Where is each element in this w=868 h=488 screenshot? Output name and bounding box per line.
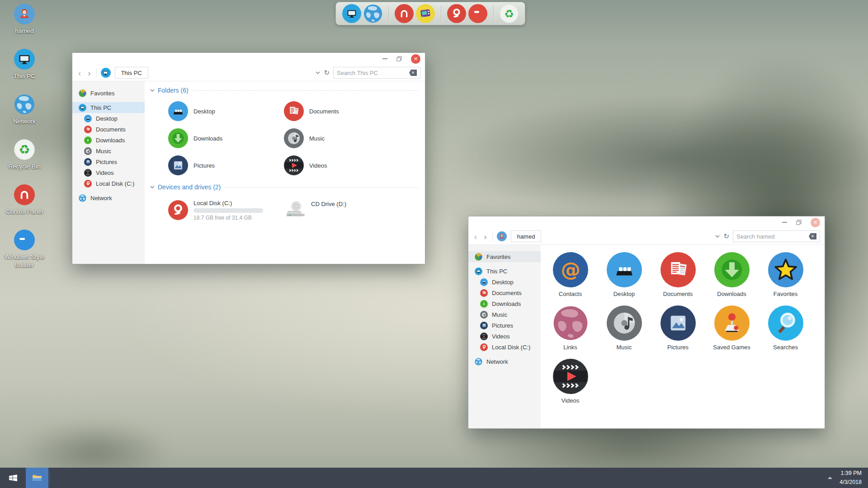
- sidebar-item-documents[interactable]: Documents: [72, 124, 145, 135]
- desktop-icon-this-pc[interactable]: This PC: [1, 49, 48, 94]
- recycle-bin-icon[interactable]: [500, 4, 519, 23]
- item-label: Downloads: [717, 291, 746, 297]
- sidebar-item-local-disk[interactable]: Local Disk (C:): [72, 178, 145, 189]
- sidebar-item-videos[interactable]: Videos: [468, 331, 541, 342]
- sidebar-label: Documents: [96, 126, 126, 133]
- this-pc-icon[interactable]: [342, 4, 361, 23]
- item-tile-favorites[interactable]: Favorites: [759, 252, 812, 305]
- network-globe-icon[interactable]: [363, 4, 382, 23]
- downloads-icon: [480, 300, 488, 308]
- folder-tile-documents[interactable]: Documents: [266, 98, 382, 125]
- sidebar-item-network[interactable]: Network: [468, 356, 541, 367]
- taskbar-clock[interactable]: 1:39 PM 4/3/2018: [840, 469, 862, 487]
- folder-tile-videos[interactable]: Videos: [266, 152, 382, 179]
- desktop-icon: [480, 278, 488, 286]
- sidebar-item-documents[interactable]: Documents: [468, 287, 541, 298]
- system-tray: 1:39 PM 4/3/2018: [828, 468, 868, 488]
- eject-disk-icon[interactable]: [468, 4, 487, 23]
- section-header-devices[interactable]: Devices and drives (2): [150, 183, 419, 192]
- minimize-button[interactable]: [382, 58, 387, 59]
- back-button[interactable]: ‹: [77, 69, 82, 77]
- back-button[interactable]: ‹: [473, 232, 478, 241]
- desktop-icon-recycle-bin[interactable]: Recycle Bin: [1, 139, 48, 184]
- item-tile-music[interactable]: Music: [597, 305, 651, 359]
- item-tile-links[interactable]: Links: [543, 305, 597, 359]
- computer-icon: [79, 104, 86, 112]
- sidebar-item-local-disk[interactable]: Local Disk (C:): [468, 342, 541, 352]
- restore-button[interactable]: [796, 220, 802, 225]
- item-tile-documents[interactable]: Documents: [651, 252, 705, 305]
- desktop-icon: [84, 115, 92, 122]
- network-globe-icon: [475, 358, 482, 366]
- close-button[interactable]: ✕: [411, 54, 420, 64]
- games-gamepad-icon[interactable]: [416, 4, 435, 23]
- navigation-toolbar: ‹ › hamed ↻ Search hamed ✕: [468, 228, 825, 244]
- desktop-icon-control-panel[interactable]: Control Panel: [1, 184, 48, 230]
- close-button[interactable]: ✕: [811, 218, 820, 227]
- sidebar-item-downloads[interactable]: Downloads: [72, 135, 145, 145]
- desktop-icon-hamed[interactable]: hamed: [1, 4, 48, 49]
- restore-button[interactable]: [396, 56, 402, 61]
- sidebar-item-videos[interactable]: Videos: [72, 167, 145, 178]
- item-tile-downloads[interactable]: Downloads: [705, 252, 759, 305]
- forward-button[interactable]: ›: [482, 232, 488, 241]
- taskbar-separator: [49, 470, 50, 485]
- drive-tile-local-disk[interactable]: Local Disk (C:) 18.7 GB free of 31.4 GB: [150, 195, 266, 225]
- sidebar-item-downloads[interactable]: Downloads: [468, 298, 541, 309]
- clear-search-icon[interactable]: ✕: [809, 233, 816, 239]
- sidebar-label: Pictures: [492, 322, 513, 329]
- local-disk-icon[interactable]: [447, 4, 466, 23]
- folder-tile-desktop[interactable]: Desktop: [150, 98, 266, 125]
- address-bar[interactable]: hamed: [511, 230, 542, 242]
- desktop-icon-windows-style-builder[interactable]: Windows Style Builder: [1, 230, 48, 275]
- sidebar: Favorites This PC Desktop Documents Down…: [72, 81, 145, 264]
- folder-content: Folders (6) Desktop Documents Downloads: [145, 81, 425, 264]
- documents-icon: [84, 126, 92, 133]
- start-button[interactable]: [0, 468, 26, 488]
- item-tile-videos[interactable]: Videos: [543, 359, 597, 412]
- address-bar[interactable]: This PC: [115, 67, 148, 79]
- section-header-folders[interactable]: Folders (6): [150, 86, 419, 95]
- search-input[interactable]: Search This PC ✕: [333, 67, 420, 79]
- sidebar-item-favorites[interactable]: Favorites: [72, 88, 145, 99]
- item-tile-desktop[interactable]: Desktop: [597, 252, 651, 305]
- forward-button[interactable]: ›: [86, 69, 92, 77]
- folder-tile-downloads[interactable]: Downloads: [150, 125, 266, 152]
- sidebar-item-desktop[interactable]: Desktop: [72, 113, 145, 124]
- folder-tile-pictures[interactable]: Pictures: [150, 152, 266, 179]
- drive-meta: Local Disk (C:) 18.7 GB free of 31.4 GB: [193, 200, 263, 221]
- local-disk-icon: [168, 200, 188, 220]
- item-tile-contacts[interactable]: Contacts: [543, 252, 597, 305]
- item-tile-searches[interactable]: Searches: [759, 305, 812, 359]
- sidebar-item-music[interactable]: Music: [468, 309, 541, 320]
- sidebar-item-this-pc[interactable]: This PC: [72, 102, 145, 113]
- sidebar-item-music[interactable]: Music: [72, 145, 145, 156]
- drive-tile-cd[interactable]: CD Drive (D:): [266, 195, 382, 225]
- item-tile-saved-games[interactable]: Saved Games: [705, 305, 759, 359]
- taskbar-file-explorer-button[interactable]: [26, 468, 48, 488]
- show-hidden-icons-chevron[interactable]: [828, 477, 832, 479]
- clear-search-icon[interactable]: ✕: [409, 70, 417, 76]
- address-dropdown-icon[interactable]: [316, 71, 320, 74]
- sidebar-item-network[interactable]: Network: [72, 192, 145, 203]
- sidebar-item-favorites[interactable]: Favorites: [468, 251, 541, 262]
- refresh-icon[interactable]: ↻: [324, 69, 330, 77]
- sidebar-label: Favorites: [90, 90, 114, 97]
- item-tile-pictures[interactable]: Pictures: [651, 305, 705, 359]
- folder-tile-music[interactable]: Music: [266, 125, 382, 152]
- folder-label: Documents: [309, 108, 339, 115]
- control-panel-icon[interactable]: [395, 4, 414, 23]
- sidebar-item-this-pc[interactable]: This PC: [468, 266, 541, 277]
- pictures-icon: [660, 305, 696, 341]
- search-input[interactable]: Search hamed ✕: [733, 230, 820, 242]
- sidebar: Favorites This PC Desktop Documents Down…: [468, 245, 541, 428]
- sidebar-item-pictures[interactable]: Pictures: [468, 320, 541, 331]
- sidebar-label: This PC: [486, 268, 507, 275]
- sidebar-item-pictures[interactable]: Pictures: [72, 156, 145, 167]
- address-dropdown-icon[interactable]: [715, 235, 720, 238]
- minimize-button[interactable]: [782, 222, 787, 223]
- desktop-icon-network[interactable]: Network: [1, 94, 48, 139]
- refresh-icon[interactable]: ↻: [723, 232, 729, 240]
- sidebar-item-desktop[interactable]: Desktop: [468, 277, 541, 287]
- sidebar-label: Desktop: [96, 115, 118, 122]
